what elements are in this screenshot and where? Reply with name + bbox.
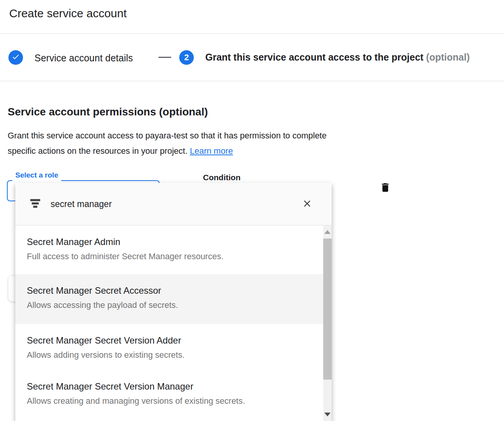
role-search-input[interactable] xyxy=(51,199,265,209)
step-1-indicator[interactable] xyxy=(8,50,23,65)
role-option-title: Secret Manager Admin xyxy=(27,236,309,248)
step-2-number: 2 xyxy=(184,53,189,62)
learn-more-link[interactable]: Learn more xyxy=(190,146,233,156)
role-select-floating-label: Select a role xyxy=(12,171,61,183)
role-option-title: Secret Manager Secret Version Manager xyxy=(27,380,309,393)
close-icon xyxy=(302,198,313,210)
role-option-title: Secret Manager Secret Accessor xyxy=(27,285,309,297)
role-option[interactable]: Secret Manager Admin Full access to admi… xyxy=(15,225,332,274)
delete-role-button[interactable] xyxy=(378,180,393,196)
dropdown-scrollbar[interactable] xyxy=(323,225,332,421)
filter-icon xyxy=(30,198,41,210)
role-option[interactable]: Secret Manager Secret Version Adder Allo… xyxy=(15,324,332,370)
permissions-description: Grant this service account access to pay… xyxy=(8,128,327,159)
role-option-description: Allows adding versions to existing secre… xyxy=(27,349,309,361)
role-options-list: Secret Manager Admin Full access to admi… xyxy=(15,225,332,421)
scrollbar-thumb[interactable] xyxy=(323,238,332,380)
stepper-divider xyxy=(0,81,504,81)
description-line-2: specific actions on the resources in you… xyxy=(8,146,190,156)
step-2-indicator[interactable]: 2 xyxy=(179,50,194,65)
clear-search-button[interactable] xyxy=(300,197,314,211)
role-option[interactable]: Secret Manager Secret Accessor Allows ac… xyxy=(15,274,332,324)
role-option-description: Allows creating and managing versions of… xyxy=(27,395,309,407)
role-dropdown: Secret Manager Admin Full access to admi… xyxy=(15,183,332,421)
role-option-description: Allows accessing the payload of secrets. xyxy=(27,299,309,311)
description-line-1: Grant this service account access to pay… xyxy=(8,131,327,140)
stepper-connector xyxy=(159,57,171,58)
permissions-heading: Service account permissions (optional) xyxy=(8,106,208,118)
step-2-optional-suffix: (optional) xyxy=(426,52,470,62)
role-option-title: Secret Manager Secret Version Adder xyxy=(27,334,309,347)
create-service-account-page: Create service account Service account d… xyxy=(0,0,504,421)
header-divider xyxy=(0,33,504,34)
scroll-down-icon[interactable] xyxy=(324,413,331,416)
role-option[interactable]: Secret Manager Secret Version Manager Al… xyxy=(15,370,332,421)
check-icon xyxy=(11,53,20,62)
condition-label: Condition xyxy=(203,173,241,182)
role-option-description: Full access to administer Secret Manager… xyxy=(27,251,309,262)
trash-icon xyxy=(380,182,391,194)
step-2-label: Grant this service account access to the… xyxy=(205,52,470,63)
page-title: Create service account xyxy=(9,7,127,20)
role-search-row xyxy=(15,183,332,225)
step-1-label: Service account details xyxy=(34,53,133,64)
scroll-up-icon[interactable] xyxy=(324,230,331,234)
